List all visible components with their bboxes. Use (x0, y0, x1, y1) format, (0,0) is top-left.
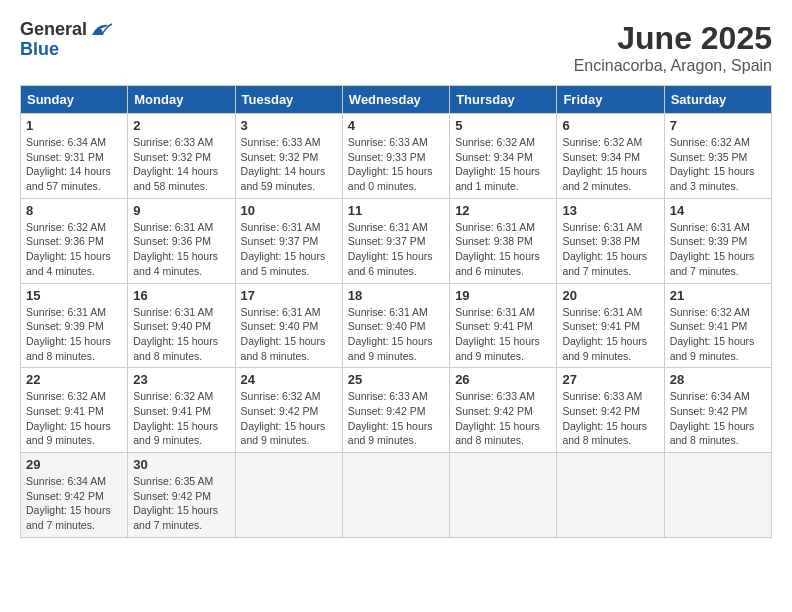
day-number: 19 (455, 288, 551, 303)
day-info: Sunrise: 6:32 AMSunset: 9:35 PMDaylight:… (670, 136, 755, 192)
day-number: 25 (348, 372, 444, 387)
day-info: Sunrise: 6:32 AMSunset: 9:34 PMDaylight:… (562, 136, 647, 192)
calendar-cell (557, 453, 664, 538)
calendar-week-row: 1 Sunrise: 6:34 AMSunset: 9:31 PMDayligh… (21, 114, 772, 199)
day-info: Sunrise: 6:31 AMSunset: 9:37 PMDaylight:… (348, 221, 433, 277)
day-number: 17 (241, 288, 337, 303)
day-number: 26 (455, 372, 551, 387)
day-number: 6 (562, 118, 658, 133)
calendar-cell: 5 Sunrise: 6:32 AMSunset: 9:34 PMDayligh… (450, 114, 557, 199)
day-number: 28 (670, 372, 766, 387)
day-info: Sunrise: 6:33 AMSunset: 9:42 PMDaylight:… (562, 390, 647, 446)
calendar-cell: 19 Sunrise: 6:31 AMSunset: 9:41 PMDaylig… (450, 283, 557, 368)
day-number: 29 (26, 457, 122, 472)
calendar-cell: 14 Sunrise: 6:31 AMSunset: 9:39 PMDaylig… (664, 198, 771, 283)
day-info: Sunrise: 6:31 AMSunset: 9:38 PMDaylight:… (562, 221, 647, 277)
col-monday: Monday (128, 86, 235, 114)
day-number: 4 (348, 118, 444, 133)
day-number: 30 (133, 457, 229, 472)
day-number: 1 (26, 118, 122, 133)
calendar-cell: 23 Sunrise: 6:32 AMSunset: 9:41 PMDaylig… (128, 368, 235, 453)
day-info: Sunrise: 6:31 AMSunset: 9:39 PMDaylight:… (26, 306, 111, 362)
day-info: Sunrise: 6:33 AMSunset: 9:33 PMDaylight:… (348, 136, 433, 192)
day-info: Sunrise: 6:31 AMSunset: 9:41 PMDaylight:… (562, 306, 647, 362)
day-number: 8 (26, 203, 122, 218)
calendar-cell: 12 Sunrise: 6:31 AMSunset: 9:38 PMDaylig… (450, 198, 557, 283)
day-info: Sunrise: 6:33 AMSunset: 9:42 PMDaylight:… (348, 390, 433, 446)
calendar-cell: 21 Sunrise: 6:32 AMSunset: 9:41 PMDaylig… (664, 283, 771, 368)
calendar-week-row: 8 Sunrise: 6:32 AMSunset: 9:36 PMDayligh… (21, 198, 772, 283)
calendar-cell: 24 Sunrise: 6:32 AMSunset: 9:42 PMDaylig… (235, 368, 342, 453)
day-info: Sunrise: 6:31 AMSunset: 9:40 PMDaylight:… (241, 306, 326, 362)
calendar-cell: 9 Sunrise: 6:31 AMSunset: 9:36 PMDayligh… (128, 198, 235, 283)
col-wednesday: Wednesday (342, 86, 449, 114)
location-title: Encinacorba, Aragon, Spain (574, 57, 772, 75)
calendar-cell: 8 Sunrise: 6:32 AMSunset: 9:36 PMDayligh… (21, 198, 128, 283)
day-number: 15 (26, 288, 122, 303)
day-info: Sunrise: 6:31 AMSunset: 9:38 PMDaylight:… (455, 221, 540, 277)
day-number: 21 (670, 288, 766, 303)
calendar-cell: 3 Sunrise: 6:33 AMSunset: 9:32 PMDayligh… (235, 114, 342, 199)
col-friday: Friday (557, 86, 664, 114)
calendar-cell: 29 Sunrise: 6:34 AMSunset: 9:42 PMDaylig… (21, 453, 128, 538)
col-tuesday: Tuesday (235, 86, 342, 114)
calendar-cell: 7 Sunrise: 6:32 AMSunset: 9:35 PMDayligh… (664, 114, 771, 199)
day-info: Sunrise: 6:33 AMSunset: 9:32 PMDaylight:… (133, 136, 218, 192)
calendar-cell (235, 453, 342, 538)
month-title: June 2025 (574, 20, 772, 57)
calendar-cell: 2 Sunrise: 6:33 AMSunset: 9:32 PMDayligh… (128, 114, 235, 199)
calendar-cell: 16 Sunrise: 6:31 AMSunset: 9:40 PMDaylig… (128, 283, 235, 368)
calendar-week-row: 29 Sunrise: 6:34 AMSunset: 9:42 PMDaylig… (21, 453, 772, 538)
calendar-cell: 6 Sunrise: 6:32 AMSunset: 9:34 PMDayligh… (557, 114, 664, 199)
logo-blue-text: Blue (20, 40, 59, 60)
day-info: Sunrise: 6:31 AMSunset: 9:37 PMDaylight:… (241, 221, 326, 277)
day-info: Sunrise: 6:32 AMSunset: 9:42 PMDaylight:… (241, 390, 326, 446)
day-info: Sunrise: 6:32 AMSunset: 9:34 PMDaylight:… (455, 136, 540, 192)
calendar-cell: 4 Sunrise: 6:33 AMSunset: 9:33 PMDayligh… (342, 114, 449, 199)
logo-bird-icon (90, 21, 112, 39)
calendar-cell: 11 Sunrise: 6:31 AMSunset: 9:37 PMDaylig… (342, 198, 449, 283)
calendar-cell: 25 Sunrise: 6:33 AMSunset: 9:42 PMDaylig… (342, 368, 449, 453)
day-info: Sunrise: 6:34 AMSunset: 9:42 PMDaylight:… (670, 390, 755, 446)
day-info: Sunrise: 6:31 AMSunset: 9:39 PMDaylight:… (670, 221, 755, 277)
day-info: Sunrise: 6:31 AMSunset: 9:40 PMDaylight:… (133, 306, 218, 362)
col-saturday: Saturday (664, 86, 771, 114)
day-info: Sunrise: 6:34 AMSunset: 9:42 PMDaylight:… (26, 475, 111, 531)
calendar-cell: 26 Sunrise: 6:33 AMSunset: 9:42 PMDaylig… (450, 368, 557, 453)
calendar-cell: 28 Sunrise: 6:34 AMSunset: 9:42 PMDaylig… (664, 368, 771, 453)
title-area: June 2025 Encinacorba, Aragon, Spain (574, 20, 772, 75)
calendar-cell: 30 Sunrise: 6:35 AMSunset: 9:42 PMDaylig… (128, 453, 235, 538)
day-number: 10 (241, 203, 337, 218)
calendar: Sunday Monday Tuesday Wednesday Thursday… (20, 85, 772, 538)
calendar-cell: 20 Sunrise: 6:31 AMSunset: 9:41 PMDaylig… (557, 283, 664, 368)
calendar-cell: 13 Sunrise: 6:31 AMSunset: 9:38 PMDaylig… (557, 198, 664, 283)
calendar-cell: 27 Sunrise: 6:33 AMSunset: 9:42 PMDaylig… (557, 368, 664, 453)
day-number: 23 (133, 372, 229, 387)
calendar-week-row: 22 Sunrise: 6:32 AMSunset: 9:41 PMDaylig… (21, 368, 772, 453)
day-info: Sunrise: 6:31 AMSunset: 9:36 PMDaylight:… (133, 221, 218, 277)
day-info: Sunrise: 6:32 AMSunset: 9:41 PMDaylight:… (26, 390, 111, 446)
calendar-cell: 15 Sunrise: 6:31 AMSunset: 9:39 PMDaylig… (21, 283, 128, 368)
day-number: 16 (133, 288, 229, 303)
calendar-cell: 22 Sunrise: 6:32 AMSunset: 9:41 PMDaylig… (21, 368, 128, 453)
col-sunday: Sunday (21, 86, 128, 114)
day-number: 2 (133, 118, 229, 133)
calendar-cell (342, 453, 449, 538)
day-info: Sunrise: 6:32 AMSunset: 9:41 PMDaylight:… (670, 306, 755, 362)
day-number: 14 (670, 203, 766, 218)
calendar-cell: 17 Sunrise: 6:31 AMSunset: 9:40 PMDaylig… (235, 283, 342, 368)
day-info: Sunrise: 6:33 AMSunset: 9:42 PMDaylight:… (455, 390, 540, 446)
day-info: Sunrise: 6:33 AMSunset: 9:32 PMDaylight:… (241, 136, 326, 192)
calendar-cell: 1 Sunrise: 6:34 AMSunset: 9:31 PMDayligh… (21, 114, 128, 199)
calendar-cell (450, 453, 557, 538)
day-info: Sunrise: 6:34 AMSunset: 9:31 PMDaylight:… (26, 136, 111, 192)
day-number: 27 (562, 372, 658, 387)
calendar-cell (664, 453, 771, 538)
day-number: 22 (26, 372, 122, 387)
day-number: 24 (241, 372, 337, 387)
calendar-header-row: Sunday Monday Tuesday Wednesday Thursday… (21, 86, 772, 114)
day-info: Sunrise: 6:35 AMSunset: 9:42 PMDaylight:… (133, 475, 218, 531)
calendar-cell: 18 Sunrise: 6:31 AMSunset: 9:40 PMDaylig… (342, 283, 449, 368)
day-info: Sunrise: 6:31 AMSunset: 9:40 PMDaylight:… (348, 306, 433, 362)
col-thursday: Thursday (450, 86, 557, 114)
